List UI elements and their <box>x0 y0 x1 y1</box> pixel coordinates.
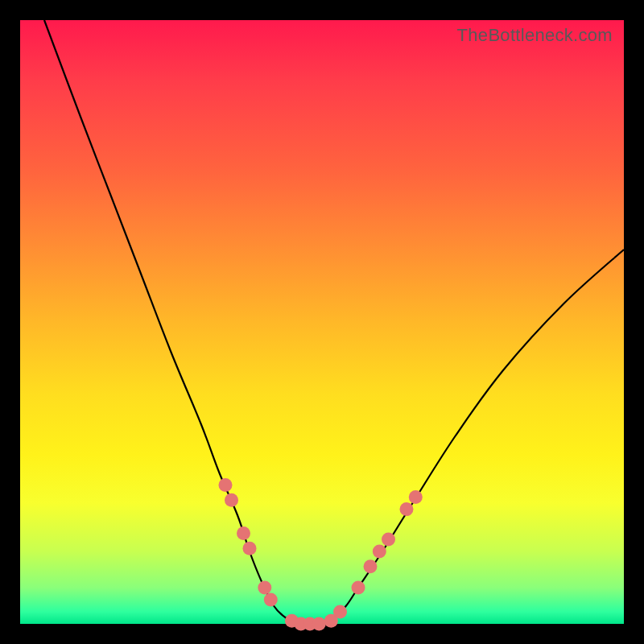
marker-dot <box>352 581 365 595</box>
curve-path <box>44 20 624 625</box>
marker-dot <box>219 478 233 492</box>
marker-dot <box>312 617 326 631</box>
marker-dot <box>225 493 238 507</box>
marker-dot <box>364 559 378 573</box>
marker-dot <box>258 581 271 595</box>
marker-dot <box>333 605 347 619</box>
bottleneck-curve <box>20 20 624 624</box>
marker-dot <box>409 490 423 504</box>
marker-dot <box>243 542 257 555</box>
marker-dot <box>264 593 278 607</box>
marker-dot <box>373 545 386 559</box>
marker-dot <box>400 502 414 516</box>
chart-frame: TheBottleneck.com <box>0 0 644 644</box>
marker-layer <box>219 478 423 631</box>
marker-dot <box>382 533 395 547</box>
marker-dot <box>237 526 250 540</box>
plot-area: TheBottleneck.com <box>20 20 624 624</box>
